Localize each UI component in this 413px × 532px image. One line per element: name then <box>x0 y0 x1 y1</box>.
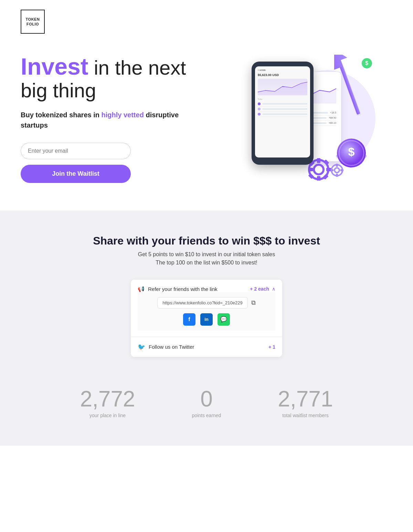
svg-rect-3 <box>340 66 360 115</box>
refer-points: + 2 each <box>250 286 269 292</box>
refer-points-area: + 2 each ∧ <box>250 286 275 292</box>
twitter-card: 🐦 Follow us on Twitter + 1 <box>131 337 282 357</box>
share-subtitle1: Get 5 points to win $10 to invest in our… <box>21 251 392 258</box>
refer-card-header: 📢 Refer your friends with the link + 2 e… <box>138 286 275 292</box>
copy-icon[interactable]: ⧉ <box>251 299 256 306</box>
share-subtitle2: The top 100 on the list win $500 to inve… <box>21 260 392 266</box>
dollar-badge: $ <box>362 58 372 68</box>
phone-chart-svg <box>258 79 307 96</box>
svg-rect-14 <box>326 168 331 171</box>
subtext-highlight: highly vetted <box>102 111 144 119</box>
facebook-share-button[interactable]: f <box>183 313 195 326</box>
action-cards: 📢 Refer your friends with the link + 2 e… <box>131 280 282 357</box>
place-number: 2,772 <box>80 388 135 410</box>
referral-url: https://www.tokenfolio.co?kid=_210e229 <box>157 297 247 308</box>
message-share-button[interactable]: 💬 <box>218 313 230 326</box>
join-waitlist-button[interactable]: Join the Waitlist <box>21 165 131 183</box>
twitter-label: Follow us on Twitter <box>149 344 194 350</box>
points-number: 0 <box>192 388 221 410</box>
twitter-left: 🐦 Follow us on Twitter <box>138 343 194 351</box>
svg-rect-18 <box>323 159 329 165</box>
referral-link-row: https://www.tokenfolio.co?kid=_210e229 ⧉ <box>145 297 268 308</box>
svg-rect-22 <box>336 174 338 177</box>
twitter-icon: 🐦 <box>138 343 145 351</box>
place-in-line-stat: 2,772 your place in line <box>80 388 135 418</box>
svg-point-10 <box>314 165 324 174</box>
points-earned-stat: 0 points earned <box>192 388 221 418</box>
phone-screen: ≡ HOME $5,623.00 USD Today <box>255 66 310 158</box>
stats-row: 2,772 your place in line 0 points earned… <box>52 378 361 418</box>
members-label: total waitlist members <box>278 413 333 418</box>
svg-rect-23 <box>330 169 333 171</box>
referral-expanded: https://www.tokenfolio.co?kid=_210e229 ⧉… <box>138 292 275 330</box>
header: TOKENFOLIO <box>0 0 413 43</box>
svg-text:$: $ <box>348 145 354 158</box>
share-section: Share with your friends to win $$$ to in… <box>0 210 413 446</box>
refer-card: 📢 Refer your friends with the link + 2 e… <box>131 280 282 337</box>
linkedin-share-button[interactable]: in <box>200 313 213 326</box>
expand-icon[interactable]: ∧ <box>272 286 275 292</box>
svg-rect-11 <box>317 158 320 163</box>
members-number: 2,771 <box>278 388 333 410</box>
hero-subtext: Buy tokenized shares in highly vetted di… <box>21 110 200 130</box>
social-icons: f in 💬 <box>145 313 268 326</box>
refer-card-left: 📢 Refer your friends with the link <box>138 286 218 292</box>
total-members-stat: 2,771 total waitlist members <box>278 388 333 418</box>
illustration-container: HOME $5,623.00 USD Today +18.5 +$9.50 <box>231 55 375 182</box>
logo: TOKENFOLIO <box>21 10 45 34</box>
place-label: your place in line <box>80 413 135 418</box>
hero-section: Invest in the next big thing Buy tokeniz… <box>0 43 413 210</box>
svg-marker-1 <box>258 82 307 95</box>
share-title: Share with your friends to win $$$ to in… <box>21 235 392 247</box>
refer-label: Refer your friends with the link <box>148 286 218 292</box>
phone-mockup: ≡ HOME $5,623.00 USD Today <box>252 62 314 165</box>
twitter-points: + 1 <box>268 344 275 350</box>
points-label: points earned <box>192 413 221 418</box>
hero-content: Invest in the next big thing Buy tokeniz… <box>21 54 200 183</box>
arrow-up-illustration <box>334 55 365 125</box>
email-input[interactable] <box>21 143 131 159</box>
dollar-coin-illustration: $ <box>334 137 369 172</box>
logo-text: TOKENFOLIO <box>26 17 40 27</box>
hero-illustration: HOME $5,623.00 USD Today +18.5 +$9.50 <box>214 55 392 182</box>
invest-word: Invest <box>21 53 88 79</box>
svg-rect-13 <box>308 168 313 171</box>
refer-icon: 📢 <box>138 286 145 292</box>
subtext-before: Buy tokenized shares in <box>21 111 102 119</box>
svg-rect-12 <box>317 176 320 181</box>
hero-headline: Invest in the next big thing <box>21 54 200 101</box>
